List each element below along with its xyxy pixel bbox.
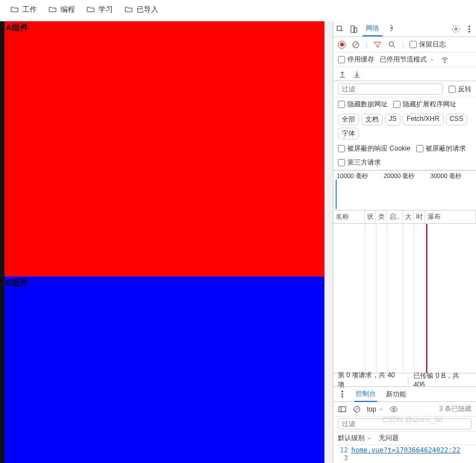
- left-strip: [0, 21, 4, 463]
- drawer-tabs: 控制台 新功能: [333, 386, 476, 402]
- console-level-row: 默认级别 无问题: [333, 432, 476, 445]
- svg-rect-2: [354, 27, 357, 32]
- kebab-icon[interactable]: [465, 25, 474, 34]
- hide-row: 隐藏数据网址 隐藏扩展程序网址: [333, 97, 476, 111]
- type-css[interactable]: CSS: [446, 114, 468, 125]
- type-js[interactable]: JS: [385, 114, 400, 125]
- console-filter-row: [333, 417, 476, 432]
- folder-icon: [48, 5, 57, 14]
- svg-point-12: [342, 396, 343, 397]
- wifi-icon[interactable]: [440, 55, 449, 64]
- col-status[interactable]: 状: [365, 211, 376, 223]
- cache-row: 停用缓存 已停用节流模式: [333, 53, 476, 67]
- col-name[interactable]: 名称: [333, 211, 365, 223]
- svg-point-3: [455, 28, 457, 30]
- page-content: A组件 B组件: [4, 21, 324, 463]
- blocked-req-label: 被屏蔽的请求: [426, 144, 466, 153]
- bookmark-label: 编程: [60, 4, 75, 15]
- hide-ext-checkbox[interactable]: 隐藏扩展程序网址: [393, 100, 456, 109]
- bookmark-study[interactable]: 学习: [86, 4, 113, 15]
- blocked-req-checkbox[interactable]: 被屏蔽的请求: [416, 144, 466, 153]
- record-icon[interactable]: [338, 41, 346, 49]
- col-type[interactable]: 类: [376, 211, 387, 223]
- timeline[interactable]: 10000 毫秒 20000 毫秒 30000 毫秒: [333, 170, 476, 211]
- level-dropdown[interactable]: 默认级别: [338, 433, 372, 443]
- col-size[interactable]: 大: [403, 211, 414, 223]
- console-message: 12 3 home.vue?t=1703664624022:22: [333, 445, 476, 463]
- filter-icon[interactable]: [373, 40, 382, 49]
- component-b: B组件: [4, 277, 324, 463]
- tick-1: 10000 毫秒: [337, 172, 368, 180]
- eye-icon[interactable]: [389, 405, 398, 414]
- bookmark-work[interactable]: 工作: [10, 4, 37, 15]
- bookmark-label: 工作: [22, 4, 37, 15]
- third-party-checkbox[interactable]: 第三方请求: [338, 158, 381, 167]
- svg-point-9: [444, 62, 445, 63]
- filter-input[interactable]: [338, 83, 443, 95]
- disable-cache-label: 停用缓存: [347, 55, 374, 64]
- inspect-icon[interactable]: [336, 25, 345, 34]
- console-link[interactable]: home.vue?t=1703664624022:22: [351, 446, 460, 462]
- devtools-tabs: 网络: [333, 21, 476, 37]
- page-scrollbar[interactable]: [324, 21, 333, 463]
- folder-icon: [86, 5, 95, 14]
- invert-checkbox[interactable]: 反转: [449, 85, 472, 94]
- component-a: A组件: [4, 21, 324, 277]
- line-number-2: 3: [338, 454, 348, 462]
- type-all[interactable]: 全部: [338, 114, 359, 125]
- console-toolbar: top 3 条已隐藏: [333, 402, 476, 417]
- context-label: top: [367, 405, 376, 413]
- clear-icon[interactable]: [351, 40, 360, 49]
- hide-data-checkbox[interactable]: 隐藏数据网址: [338, 100, 388, 109]
- console-filter-input[interactable]: [338, 418, 472, 429]
- throttle-dropdown[interactable]: 已停用节流模式: [380, 55, 435, 64]
- context-dropdown[interactable]: top: [367, 405, 384, 413]
- blocked-cookie-checkbox[interactable]: 被屏蔽的响应 Cookie: [338, 144, 411, 153]
- svg-point-10: [342, 391, 343, 392]
- disable-cache-checkbox[interactable]: 停用缓存: [338, 55, 374, 64]
- upload-icon[interactable]: [338, 69, 347, 78]
- col-initiator[interactable]: 启..: [387, 211, 403, 223]
- col-time[interactable]: 时: [414, 211, 425, 223]
- upload-row: [333, 67, 476, 81]
- sidebar-icon[interactable]: [338, 405, 347, 414]
- tab-console[interactable]: 控制台: [355, 387, 377, 402]
- bookmark-coding[interactable]: 编程: [48, 4, 75, 15]
- folder-icon: [124, 5, 133, 14]
- type-font[interactable]: 字体: [338, 128, 359, 139]
- network-headers: 名称 状 类 启.. 大 时 瀑布: [333, 211, 476, 224]
- bookmark-label: 学习: [98, 4, 113, 15]
- issues-label[interactable]: 无问题: [379, 433, 399, 443]
- type-doc[interactable]: 文档: [361, 114, 383, 125]
- tab-network[interactable]: 网络: [362, 21, 383, 36]
- blocked-cookie-label: 被屏蔽的响应 Cookie: [347, 144, 411, 153]
- tab-whatsnew[interactable]: 新功能: [385, 387, 407, 401]
- type-fetch[interactable]: Fetch/XHR: [403, 114, 444, 125]
- invert-label: 反转: [458, 85, 472, 94]
- level-label: 默认级别: [338, 433, 365, 443]
- col-waterfall[interactable]: 瀑布: [425, 211, 476, 223]
- tick-3: 30000 毫秒: [430, 172, 461, 180]
- preserve-log-label: 保留日志: [419, 40, 446, 49]
- svg-point-11: [342, 394, 343, 395]
- network-body: [333, 224, 476, 373]
- component-b-label: B组件: [6, 278, 29, 287]
- preserve-log-checkbox[interactable]: 保留日志: [409, 40, 446, 49]
- bookmark-imported[interactable]: 已导入: [124, 4, 158, 15]
- svg-point-4: [469, 26, 470, 27]
- kebab-icon[interactable]: [338, 390, 347, 399]
- more-tabs-icon[interactable]: [387, 25, 396, 34]
- device-icon[interactable]: [349, 25, 358, 34]
- svg-point-8: [389, 41, 394, 46]
- gear-icon[interactable]: [451, 25, 460, 34]
- svg-point-15: [393, 408, 395, 410]
- svg-point-5: [469, 29, 470, 30]
- hidden-count[interactable]: 3 条已隐藏: [439, 404, 472, 414]
- search-icon[interactable]: [388, 40, 397, 49]
- download-icon[interactable]: [352, 69, 361, 78]
- clear-console-icon[interactable]: [352, 405, 361, 414]
- folder-icon: [10, 5, 19, 14]
- throttle-label: 已停用节流模式: [380, 55, 427, 64]
- tick-2: 20000 毫秒: [384, 172, 415, 180]
- line-number-1: 12: [338, 446, 348, 454]
